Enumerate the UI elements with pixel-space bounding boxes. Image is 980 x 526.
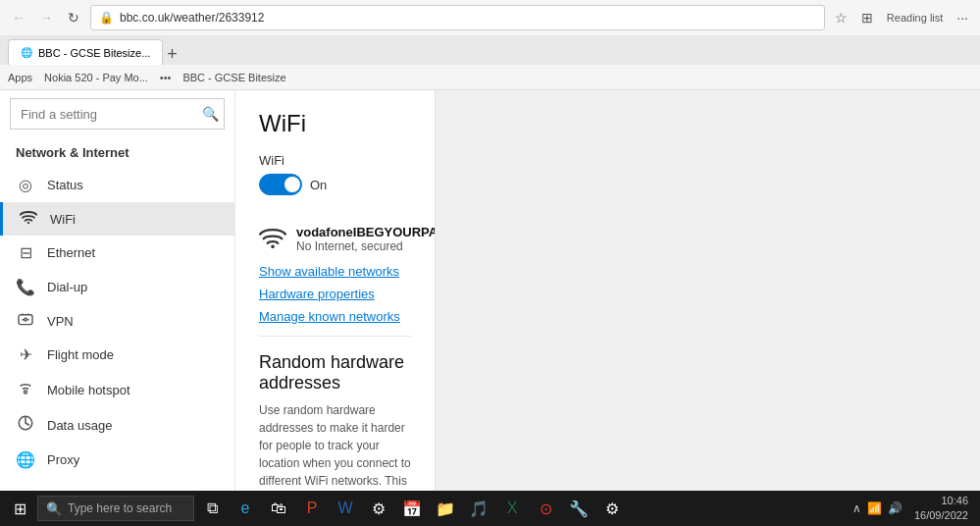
svg-point-5 [271, 245, 275, 248]
bookmark-ellipsis[interactable]: ••• [160, 72, 172, 83]
taskbar-search[interactable]: 🔍 Type here to search [37, 496, 194, 521]
bookmark-apps[interactable]: Apps [8, 72, 32, 83]
show-networks-link[interactable]: Show available networks [259, 264, 411, 279]
sidebar-item-vpn[interactable]: VPN [0, 304, 234, 338]
search-box: 🔍 [10, 98, 225, 130]
excel-button[interactable]: X [496, 493, 528, 524]
taskbar-left: ⊞ 🔍 Type here to search ⧉ e 🛍 P W ⚙ 📅 📁 … [4, 493, 628, 524]
sidebar-section-title: Network & Internet [0, 137, 234, 168]
new-tab-button[interactable]: + [167, 44, 178, 65]
browser-top-bar: ← → ↻ 🔒 bbc.co.uk/weather/2633912 ☆ ⊞ Re… [0, 0, 980, 35]
network-wifi-icon [259, 227, 286, 254]
taskbar-icon-10[interactable]: 🔧 [563, 493, 594, 524]
tray-icon-1[interactable]: ∧ [852, 501, 861, 515]
dialup-icon: 📞 [16, 278, 35, 296]
tab-label: BBC - GCSE Bitesize... [38, 47, 150, 59]
wifi-label: WiFi [259, 153, 411, 168]
taskbar: ⊞ 🔍 Type here to search ⧉ e 🛍 P W ⚙ 📅 📁 … [0, 491, 980, 526]
wifi-toggle-label: On [310, 178, 327, 192]
proxy-icon: 🌐 [16, 450, 35, 469]
start-button[interactable]: ⊞ [4, 493, 35, 524]
mobilehotspot-icon [16, 380, 35, 399]
browser-tab[interactable]: 🌐 BBC - GCSE Bitesize... [8, 39, 163, 65]
wifi-toggle[interactable] [259, 174, 302, 195]
task-view-button[interactable]: ⧉ [196, 493, 228, 524]
network-item: vodafoneIBEGYOURPARDON No Internet, secu… [259, 215, 411, 264]
taskbar-icon-5[interactable]: ⚙ [363, 493, 394, 524]
wifi-toggle-container: On [259, 174, 411, 195]
content-area: 🔍 Network & Internet ◎ Status WiFi [0, 90, 980, 526]
menu-button[interactable]: ··· [953, 8, 972, 27]
taskbar-icon-6[interactable]: 📅 [396, 493, 428, 524]
tab-favicon: 🌐 [21, 47, 32, 58]
search-input[interactable] [10, 98, 225, 130]
svg-rect-1 [19, 315, 32, 325]
address-text: bbc.co.uk/weather/2633912 [120, 11, 264, 25]
status-icon: ◎ [16, 176, 35, 194]
tray-network-icon[interactable]: 📶 [867, 501, 882, 515]
clock[interactable]: 10:46 16/09/2022 [906, 494, 976, 524]
refresh-button[interactable]: ↻ [63, 7, 84, 28]
taskbar-right: ∧ 📶 🔊 10:46 16/09/2022 [852, 494, 976, 524]
tray-volume-icon[interactable]: 🔊 [888, 501, 903, 515]
system-tray: ∧ 📶 🔊 [852, 501, 903, 515]
browser-background [436, 90, 980, 526]
network-name: vodafoneIBEGYOURPARDON [296, 225, 435, 239]
reading-list-button[interactable]: Reading list [883, 10, 947, 26]
sidebar-label-ethernet: Ethernet [47, 245, 95, 260]
bookmark-nokia[interactable]: Nokia 520 - Pay Mo... [44, 72, 148, 83]
network-info: vodafoneIBEGYOURPARDON No Internet, secu… [296, 225, 435, 253]
sidebar-item-wifi[interactable]: WiFi [0, 202, 234, 236]
wifi-icon [19, 210, 38, 228]
powerpoint-button[interactable]: P [296, 493, 328, 524]
taskbar-icon-7[interactable]: 📁 [430, 493, 461, 524]
random-hw-heading: Random hardware addresses [259, 352, 411, 394]
svg-point-0 [27, 222, 29, 224]
hardware-properties-link[interactable]: Hardware properties [259, 287, 411, 301]
browser-chrome: ← → ↻ 🔒 bbc.co.uk/weather/2633912 ☆ ⊞ Re… [0, 0, 980, 90]
clock-time: 10:46 [914, 494, 968, 508]
sidebar-label-mobilehotspot: Mobile hotspot [47, 383, 130, 397]
wifi-toggle-knob [284, 177, 300, 192]
sidebar-item-flightmode[interactable]: ✈ Flight mode [0, 338, 234, 372]
sidebar-label-dialup: Dial-up [47, 280, 87, 294]
manage-networks-link[interactable]: Manage known networks [259, 309, 411, 324]
vpn-icon [16, 312, 35, 330]
bookmarks-bar: Apps Nokia 520 - Pay Mo... ••• BBC - GCS… [0, 65, 980, 90]
clock-date: 16/09/2022 [914, 508, 968, 523]
sidebar-item-mobilehotspot[interactable]: Mobile hotspot [0, 372, 234, 407]
chrome-button[interactable]: ⊙ [530, 493, 561, 524]
word-button[interactable]: W [330, 493, 361, 524]
taskbar-search-text: Type here to search [68, 501, 172, 515]
store-button[interactable]: 🛍 [263, 493, 294, 524]
taskbar-icon-8[interactable]: 🎵 [463, 493, 494, 524]
sidebar-item-proxy[interactable]: 🌐 Proxy [0, 443, 234, 477]
tabs-bar: 🌐 BBC - GCSE Bitesize... + [0, 35, 980, 65]
hub-button[interactable]: ⊞ [857, 8, 877, 27]
taskbar-search-icon: 🔍 [46, 501, 62, 516]
settings-panel: 🔍 Network & Internet ◎ Status WiFi [0, 90, 436, 526]
settings-button[interactable]: ⚙ [596, 493, 628, 524]
address-bar[interactable]: 🔒 bbc.co.uk/weather/2633912 [90, 5, 825, 30]
sidebar-label-datausage: Data usage [47, 418, 113, 433]
settings-content: WiFi WiFi On [235, 90, 435, 526]
search-icon[interactable]: 🔍 [202, 106, 219, 122]
bookmark-bbc[interactable]: BBC - GCSE Bitesize [182, 72, 285, 83]
settings-sidebar: 🔍 Network & Internet ◎ Status WiFi [0, 90, 235, 526]
wifi-section: WiFi On [259, 153, 411, 195]
settings-title: WiFi [259, 110, 411, 137]
star-button[interactable]: ☆ [831, 8, 851, 27]
datausage-icon [16, 415, 35, 435]
sidebar-item-dialup[interactable]: 📞 Dial-up [0, 270, 234, 304]
sidebar-label-proxy: Proxy [47, 452, 79, 467]
svg-point-2 [25, 318, 27, 321]
sidebar-item-ethernet[interactable]: ⊟ Ethernet [0, 236, 234, 270]
sidebar-item-status[interactable]: ◎ Status [0, 168, 234, 202]
network-status: No Internet, secured [296, 239, 435, 253]
back-button[interactable]: ← [8, 7, 29, 28]
sidebar-label-wifi: WiFi [50, 212, 76, 227]
sidebar-label-flightmode: Flight mode [47, 347, 114, 362]
edge-button[interactable]: e [230, 493, 261, 524]
sidebar-item-datausage[interactable]: Data usage [0, 407, 234, 443]
forward-button[interactable]: → [35, 7, 57, 28]
